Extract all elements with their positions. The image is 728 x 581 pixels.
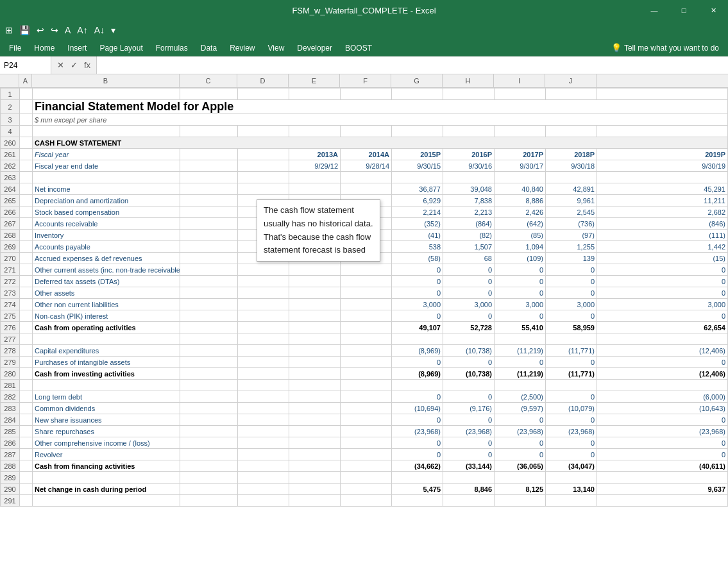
cell[interactable] <box>289 495 341 507</box>
cell[interactable]: (10,738) <box>443 345 495 357</box>
cell[interactable]: (11,219) <box>495 345 546 357</box>
cell[interactable] <box>238 253 289 264</box>
menu-developer[interactable]: Developer <box>291 42 339 55</box>
cell[interactable] <box>341 218 392 230</box>
cell[interactable] <box>289 183 341 195</box>
cell[interactable] <box>443 126 495 137</box>
cell[interactable]: (109) <box>495 253 546 264</box>
cell[interactable]: Cash from operating activities <box>33 322 180 333</box>
cell[interactable] <box>341 426 392 437</box>
cell[interactable] <box>20 276 33 287</box>
cell[interactable] <box>20 368 33 380</box>
cell[interactable]: Capital expenditures <box>33 345 180 357</box>
cell[interactable]: 11,211 <box>597 195 728 206</box>
cell[interactable]: (23,968) <box>546 426 597 437</box>
cell[interactable]: Other comprehensive income / (loss) <box>33 437 180 449</box>
cell[interactable] <box>20 137 33 149</box>
cell[interactable]: 0 <box>597 310 728 322</box>
cell[interactable] <box>33 126 180 137</box>
cell[interactable]: Long term debt <box>33 391 180 403</box>
cell[interactable]: (8,969) <box>392 345 443 357</box>
font-color-icon[interactable]: A <box>62 24 73 37</box>
cell[interactable]: 3,000 <box>392 299 443 310</box>
cell[interactable]: 58,959 <box>546 322 597 333</box>
cell[interactable] <box>341 264 392 276</box>
cell[interactable]: 2,213 <box>443 206 495 218</box>
cell[interactable]: Share repurchases <box>33 426 180 437</box>
cell[interactable]: (34,662) <box>392 460 443 472</box>
cell[interactable] <box>180 218 238 230</box>
cell[interactable] <box>180 310 238 322</box>
cell[interactable]: 0 <box>495 414 546 426</box>
cell[interactable]: 0 <box>443 449 495 460</box>
cell[interactable] <box>341 345 392 357</box>
cell[interactable] <box>341 299 392 310</box>
cell[interactable]: 0 <box>597 449 728 460</box>
table-row[interactable]: 4 <box>1 126 728 137</box>
cell[interactable] <box>546 380 597 391</box>
cell[interactable]: 3,000 <box>546 299 597 310</box>
cell[interactable] <box>180 368 238 380</box>
table-row[interactable]: 275Non-cash (PIK) interest00000 <box>1 310 728 322</box>
cell[interactable] <box>289 449 341 460</box>
cell[interactable] <box>289 380 341 391</box>
cell[interactable]: 0 <box>392 310 443 322</box>
table-row[interactable]: 278Capital expenditures(8,969)(10,738)(1… <box>1 345 728 357</box>
cell[interactable] <box>238 218 289 230</box>
cell[interactable] <box>238 380 289 391</box>
cell[interactable]: 0 <box>495 276 546 287</box>
cell[interactable] <box>546 88 597 100</box>
cell[interactable] <box>392 126 443 137</box>
cell[interactable]: (12,406) <box>597 345 728 357</box>
cell[interactable]: 0 <box>546 437 597 449</box>
table-row[interactable]: 288Cash from financing activities(34,662… <box>1 460 728 472</box>
cell[interactable] <box>238 368 289 380</box>
cell[interactable]: 0 <box>443 391 495 403</box>
cell[interactable] <box>238 484 289 495</box>
table-row[interactable]: 291 <box>1 495 728 507</box>
cell[interactable] <box>20 472 33 484</box>
cell[interactable] <box>20 310 33 322</box>
cell[interactable]: 0 <box>597 287 728 299</box>
cell[interactable] <box>341 126 392 137</box>
cell[interactable]: 2014A <box>341 149 392 160</box>
cell[interactable] <box>597 472 728 484</box>
cell[interactable] <box>20 114 33 126</box>
cell[interactable] <box>20 195 33 206</box>
cell[interactable]: 0 <box>546 414 597 426</box>
cell[interactable] <box>341 368 392 380</box>
cell[interactable] <box>238 472 289 484</box>
cell[interactable] <box>238 160 289 172</box>
cell[interactable]: Stock based compensation <box>33 206 180 218</box>
table-row[interactable]: 1 <box>1 88 728 100</box>
cell[interactable] <box>341 183 392 195</box>
cell[interactable] <box>20 357 33 368</box>
cell[interactable]: 0 <box>546 357 597 368</box>
cell[interactable] <box>289 414 341 426</box>
cell[interactable]: 0 <box>546 287 597 299</box>
cell[interactable] <box>341 460 392 472</box>
cell[interactable]: (58) <box>392 253 443 264</box>
table-row[interactable]: 266Stock based compensation2,2142,2132,4… <box>1 206 728 218</box>
cell[interactable] <box>289 264 341 276</box>
table-row[interactable]: 289 <box>1 472 728 484</box>
cell[interactable] <box>238 287 289 299</box>
cell[interactable] <box>443 88 495 100</box>
table-row[interactable]: 262Fiscal year end date9/29/129/28/149/3… <box>1 160 728 172</box>
table-row[interactable]: 281 <box>1 380 728 391</box>
cell[interactable] <box>20 100 33 114</box>
cell[interactable]: 0 <box>597 264 728 276</box>
cell[interactable]: 0 <box>443 414 495 426</box>
cell[interactable] <box>392 380 443 391</box>
cell[interactable] <box>180 472 238 484</box>
cell[interactable] <box>597 495 728 507</box>
menu-page-layout[interactable]: Page Layout <box>93 42 149 55</box>
cell[interactable] <box>180 160 238 172</box>
cell[interactable]: CASH FLOW STATEMENT <box>33 137 728 149</box>
cell[interactable] <box>238 183 289 195</box>
cell[interactable]: Accrued expenses & def revenues <box>33 253 180 264</box>
cell[interactable]: (10,079) <box>546 403 597 414</box>
cell[interactable] <box>238 403 289 414</box>
cell[interactable] <box>238 414 289 426</box>
font-size-down-icon[interactable]: A↓ <box>92 24 107 37</box>
